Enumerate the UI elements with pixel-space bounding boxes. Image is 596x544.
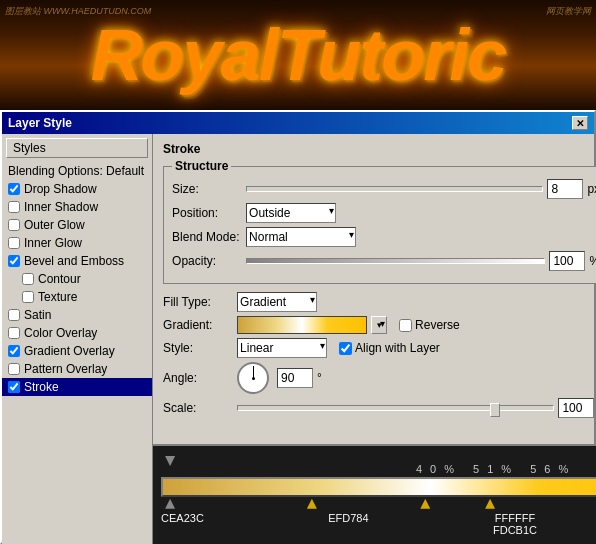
align-checkbox[interactable] [339,342,352,355]
stop-bottom-3[interactable] [485,499,495,509]
inner-shadow-label: Inner Shadow [24,200,98,214]
sidebar-item-satin[interactable]: Satin [2,306,152,324]
align-label: Align with Layer [339,341,440,355]
position-select-wrapper[interactable]: Outside Inside Center [246,203,336,223]
bevel-emboss-checkbox[interactable] [8,255,20,267]
bevel-emboss-label: Bevel and Emboss [24,254,124,268]
color-label-3: FFFFFF FDCB1C [493,512,537,536]
inner-shadow-checkbox[interactable] [8,201,20,213]
style-label: Style: [163,341,233,355]
position-select[interactable]: Outside Inside Center [246,203,336,223]
stroke-checkbox[interactable] [8,381,20,393]
angle-center [252,377,255,380]
angle-input[interactable] [277,368,313,388]
contour-checkbox[interactable] [22,273,34,285]
sidebar-item-bevel-emboss[interactable]: Bevel and Emboss [2,252,152,270]
gradient-preview[interactable] [237,316,367,334]
opacity-label: Opacity: [172,254,242,268]
sidebar-item-inner-glow[interactable]: Inner Glow [2,234,152,252]
position-label: Position: [172,206,242,220]
fill-type-select-wrapper[interactable]: Gradient Color Pattern [237,292,317,312]
left-panel: Styles Blending Options: Default Drop Sh… [2,134,153,544]
color-overlay-checkbox[interactable] [8,327,20,339]
banner-text: RoyalTutoric [91,14,506,96]
texture-checkbox[interactable] [22,291,34,303]
angle-unit: ° [317,371,322,385]
sidebar-item-pattern-overlay[interactable]: Pattern Overlay [2,360,152,378]
satin-label: Satin [24,308,51,322]
blend-mode-select-wrapper[interactable]: Normal Multiply Screen [246,227,356,247]
fill-type-select[interactable]: Gradient Color Pattern [237,292,317,312]
sidebar-item-inner-shadow[interactable]: Inner Shadow [2,198,152,216]
texture-label: Texture [38,290,77,304]
pattern-overlay-checkbox[interactable] [8,363,20,375]
scale-input[interactable] [558,398,594,418]
structure-legend: Structure [172,159,231,173]
gradient-overlay-checkbox[interactable] [8,345,20,357]
blend-mode-label: Blend Mode: [172,230,242,244]
style-row: Style: Linear Radial Angle Align with La… [163,338,596,358]
fill-type-row: Fill Type: Gradient Color Pattern [163,292,596,312]
center-panel: Stroke Structure Size: px [153,134,596,444]
color-label-2: EFD784 [328,512,368,536]
size-slider[interactable] [246,186,543,192]
close-button[interactable]: ✕ [572,116,588,130]
scale-slider[interactable] [237,405,554,411]
sidebar-item-drop-shadow[interactable]: Drop Shadow [2,180,152,198]
gradient-label: Gradient: [163,318,233,332]
reverse-label: Reverse [399,318,460,332]
gradient-dropdown-arrow[interactable]: ▾ [371,316,387,334]
dialog-titlebar: Layer Style ✕ [2,112,594,134]
sidebar-item-gradient-overlay[interactable]: Gradient Overlay [2,342,152,360]
gradient-bar[interactable] [161,477,596,497]
color-labels: CEA23C EFD784 FFFFFF FDCB1C FFC000 [161,512,596,536]
blend-mode-row: Blend Mode: Normal Multiply Screen [172,227,596,247]
sidebar-item-contour[interactable]: Contour [2,270,152,288]
sidebar-item-stroke[interactable]: Stroke [2,378,152,396]
watermark-left: 图层教站 WWW.HAEDUTUDN.COM [5,5,151,18]
sidebar-item-texture[interactable]: Texture [2,288,152,306]
scale-label: Scale: [163,401,233,415]
styles-label: Styles [6,138,148,158]
size-unit: px [587,182,596,196]
gradient-select-wrapper[interactable]: ▾ [237,316,387,334]
stop-top-left[interactable] [165,454,175,466]
structure-group: Structure Size: px Position: [163,166,596,284]
opacity-input[interactable] [549,251,585,271]
sidebar-item-outer-glow[interactable]: Outer Glow [2,216,152,234]
angle-dial[interactable] [237,362,269,394]
reverse-text: Reverse [415,318,460,332]
gradient-bar-section: 40% 51% 56% [153,444,596,544]
style-select[interactable]: Linear Radial Angle [237,338,327,358]
layer-style-dialog: Layer Style ✕ Styles Blending Options: D… [0,110,596,544]
size-input[interactable] [547,179,583,199]
angle-label: Angle: [163,371,233,385]
pct-labels: 40% 51% 56% [161,463,596,475]
opacity-unit: % [589,254,596,268]
dialog-title: Layer Style [8,116,72,130]
contour-label: Contour [38,272,81,286]
dialog-body: Styles Blending Options: Default Drop Sh… [2,134,594,544]
sidebar-item-blending-options[interactable]: Blending Options: Default [2,162,152,180]
pattern-overlay-label: Pattern Overlay [24,362,107,376]
inner-glow-checkbox[interactable] [8,237,20,249]
top-stops-row [161,454,596,463]
sidebar-item-color-overlay[interactable]: Color Overlay [2,324,152,342]
opacity-slider[interactable] [246,258,545,264]
opacity-row: Opacity: % [172,251,596,271]
banner: 图层教站 WWW.HAEDUTUDN.COM RoyalTutoric 网页教学… [0,0,596,110]
size-row: Size: px [172,179,596,199]
bottom-stops-row [161,499,596,508]
reverse-checkbox[interactable] [399,319,412,332]
satin-checkbox[interactable] [8,309,20,321]
gradient-row: Gradient: ▾ Reverse [163,316,596,334]
outer-glow-checkbox[interactable] [8,219,20,231]
stop-bottom-0[interactable] [165,499,175,509]
style-select-wrapper[interactable]: Linear Radial Angle [237,338,327,358]
stop-bottom-2[interactable] [420,499,430,509]
drop-shadow-checkbox[interactable] [8,183,20,195]
blend-mode-select[interactable]: Normal Multiply Screen [246,227,356,247]
stop-bottom-1[interactable] [307,499,317,509]
blending-options-label: Blending Options: Default [8,164,144,178]
position-row: Position: Outside Inside Center [172,203,596,223]
